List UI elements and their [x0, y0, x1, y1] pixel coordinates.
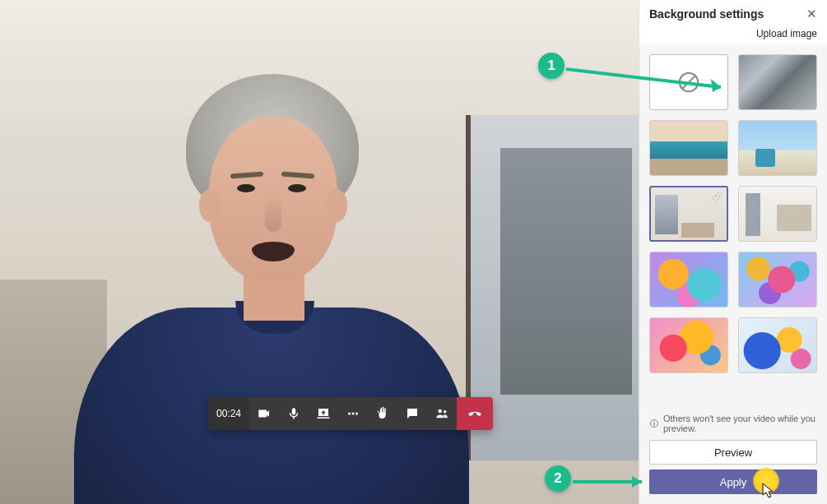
share-screen-button[interactable] [309, 397, 338, 430]
background-option-spheres-4[interactable] [738, 317, 817, 373]
background-option-spheres-3[interactable] [649, 317, 728, 373]
svg-point-2 [355, 413, 358, 415]
svg-point-3 [439, 409, 443, 414]
svg-point-1 [352, 413, 355, 415]
info-icon [649, 418, 659, 428]
people-icon [434, 406, 449, 421]
check-icon: ✓ [713, 190, 722, 203]
raise-hand-button[interactable] [368, 397, 397, 430]
svg-rect-8 [654, 423, 655, 426]
participants-button[interactable] [427, 397, 457, 430]
svg-point-4 [444, 410, 447, 414]
mic-toggle-button[interactable] [279, 397, 309, 430]
panel-title: Background settings [649, 7, 764, 21]
chat-button[interactable] [397, 397, 427, 430]
background-options-grid: ✓ [639, 44, 827, 409]
share-screen-icon [316, 406, 331, 421]
background-option-office[interactable] [649, 120, 728, 176]
panel-footer: Others won't see your video while you pr… [639, 409, 827, 504]
more-icon [346, 406, 360, 421]
panel-header: Background settings ✕ [639, 0, 827, 25]
svg-rect-9 [654, 421, 655, 422]
close-icon: ✕ [806, 7, 817, 21]
camera-icon [257, 406, 272, 421]
preview-info-text: Others won't see your video while you pr… [649, 414, 817, 433]
cursor-icon [762, 483, 775, 499]
raise-hand-icon [375, 406, 390, 421]
call-toolbar: 00:24 [208, 397, 493, 430]
svg-point-0 [348, 413, 351, 415]
preview-button[interactable]: Preview [649, 440, 817, 465]
participant-video [107, 74, 453, 502]
cursor-highlight [753, 468, 779, 494]
svg-marker-13 [632, 476, 642, 488]
svg-line-10 [566, 69, 721, 87]
hangup-button[interactable] [457, 397, 493, 430]
chat-icon [405, 406, 420, 421]
hangup-icon [467, 406, 482, 421]
background-option-beach[interactable] [738, 120, 817, 176]
call-timer: 00:24 [208, 397, 249, 430]
background-option-room-2[interactable] [738, 186, 817, 242]
background-option-spheres-2[interactable] [738, 252, 817, 307]
more-actions-button[interactable] [338, 397, 368, 430]
background-option-room-1[interactable]: ✓ [649, 186, 728, 242]
apply-button-label: Apply [720, 476, 747, 488]
step-arrow-2 [571, 474, 653, 490]
step-arrow-1 [564, 61, 737, 94]
microphone-icon [286, 406, 301, 421]
background-option-spheres-1[interactable] [649, 252, 728, 307]
close-panel-button[interactable]: ✕ [804, 7, 819, 21]
apply-button[interactable]: Apply [649, 469, 817, 494]
step-badge-1: 1 [538, 53, 564, 79]
step-badge-2: 2 [545, 465, 571, 492]
upload-image-link[interactable]: Upload image [639, 25, 827, 44]
background-option-blur[interactable] [738, 54, 817, 110]
camera-toggle-button[interactable] [249, 397, 279, 430]
